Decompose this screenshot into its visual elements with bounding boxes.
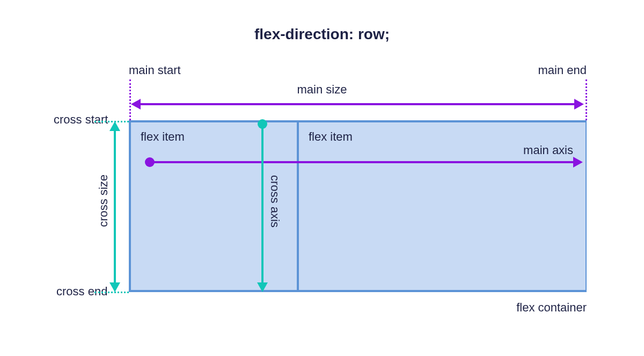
main-size-bar (135, 103, 579, 105)
arrow-down-icon (257, 282, 268, 292)
arrow-up-icon (109, 121, 120, 131)
label-cross-axis: cross axis (268, 175, 282, 228)
diagram-stage: flex-direction: row; main start main end… (0, 0, 644, 356)
label-cross-size: cross size (97, 175, 111, 227)
arrow-right-icon (574, 99, 584, 110)
label-flex-container: flex container (516, 301, 587, 315)
flex-item-label: flex item (309, 130, 353, 144)
arrow-left-icon (131, 99, 141, 110)
label-cross-start: cross start (54, 113, 108, 127)
guide-main-end (586, 79, 587, 120)
arrow-down-icon (109, 282, 120, 292)
main-axis-bar (149, 161, 574, 163)
label-main-axis: main axis (523, 143, 573, 157)
cross-axis-bar (261, 125, 264, 285)
label-main-start: main start (129, 63, 181, 77)
arrow-right-icon (573, 157, 583, 168)
label-main-end: main end (538, 63, 587, 77)
flex-item-label: flex item (141, 130, 185, 144)
label-main-size: main size (0, 83, 644, 97)
flex-container-box: flex item flex item (129, 120, 587, 292)
page-title: flex-direction: row; (0, 26, 644, 43)
cross-size-bar (114, 127, 116, 286)
